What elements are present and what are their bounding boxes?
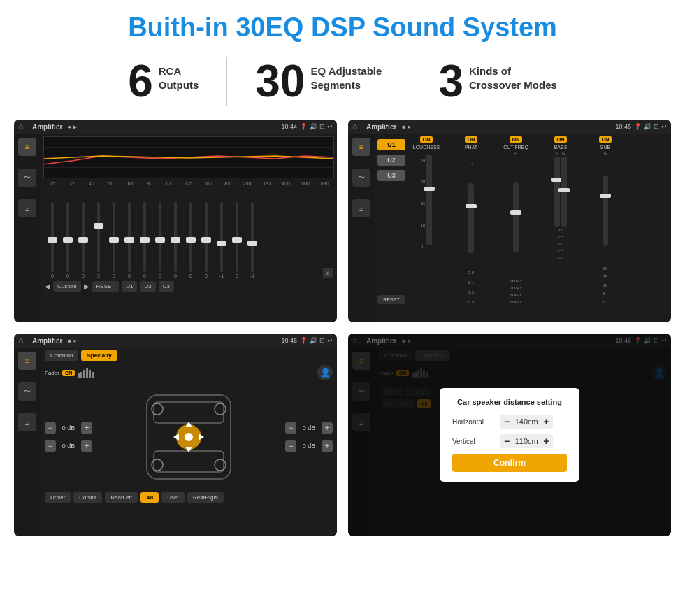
u3-btn[interactable]: U3 [377,170,405,181]
dialog-row-vertical: Vertical − 110cm + [452,434,567,448]
sub-label: SUB [600,145,610,150]
u1-btn-1[interactable]: U1 [122,281,137,292]
u3-btn-1[interactable]: U3 [159,281,174,292]
u2-btn-1[interactable]: U2 [140,281,155,292]
eq-freq-63: 63 [122,181,138,186]
dots-2: ■ ● [402,124,410,130]
volume-icon-3: 🔊 [310,337,317,344]
copilot-btn[interactable]: Copilot [73,492,102,503]
cutfreq-on: ON [510,136,523,143]
person-icon: 👤 [317,365,333,380]
common-tab[interactable]: Common [45,350,78,361]
app-title-3: Amplifier [32,337,62,345]
time-2: 10:45 [615,123,631,130]
eq-freq-250: 250 [239,181,254,186]
eq-chevron-btn[interactable]: » [323,268,333,278]
stat-rca-label: RCAOutputs [159,59,199,92]
location-icon-2: 📍 [634,123,642,130]
time-1: 10:44 [281,123,297,130]
vertical-minus[interactable]: − [504,436,510,447]
svg-rect-6 [154,451,224,472]
fader-label: Fader [45,370,59,376]
svg-marker-10 [185,447,192,452]
screen-speaker: ⌂ Amplifier ■ ● 10:46 📍 🔊 ⊟ ↩ ≡ 〜 ⊿ Comm… [14,334,337,536]
u1-btn[interactable]: U1 [377,139,405,150]
screenshots-grid: ⌂ Amplifier ● ▶ 10:44 📍 🔊 ⊟ ↩ ≡ 〜 ⊿ [0,117,685,543]
app-title-1: Amplifier [32,123,62,131]
loudness-group: ON LOUDNESS 644832160 [405,136,447,304]
eq-side-btn-wave[interactable]: 〜 [18,169,36,187]
vol-val-rr: 0 dB [299,443,319,450]
vol-plus-rl[interactable]: + [81,440,92,452]
u2-btn[interactable]: U2 [377,155,405,166]
home-icon-2: ⌂ [352,122,362,131]
eq-slider-6: 0 [137,202,152,278]
reset-btn-2[interactable]: RESET [377,295,405,304]
u-col: U1 U2 U3 RESET [377,136,405,304]
time-3: 10:46 [281,337,297,344]
location-icon-1: 📍 [300,123,308,130]
sp-side-btn-vol[interactable]: ⊿ [18,413,36,431]
vol-row-rl: − 0 dB + [45,440,92,452]
phat-group: ON PHAT G 3.02.11.30.5 [450,136,492,304]
rearright-btn[interactable]: RearRight [187,492,224,503]
dots-3: ■ ● [68,338,76,344]
eq-freq-320: 320 [259,181,274,186]
eq-freq-80: 80 [142,181,157,186]
vol-minus-rr[interactable]: − [285,440,296,452]
sp-side-btn-wave[interactable]: 〜 [18,382,36,401]
vertical-ctrl: − 110cm + [500,434,553,448]
sp-side-btn-active[interactable]: ≡ [18,352,36,370]
eq-slider-4: 0 [106,202,122,278]
rearleft-btn[interactable]: RearLeft [105,492,138,503]
screen3-content: ≡ 〜 ⊿ Common Specialty Fader ON [14,348,337,536]
vol-plus-rr[interactable]: + [322,440,333,452]
phat-on: ON [465,136,478,143]
status-bar-2: ⌂ Amplifier ■ ● 10:45 📍 🔊 ⊟ ↩ [348,120,671,134]
screen2-content: ≡ 〜 ⊿ U1 U2 U3 RESET ON LO [348,134,671,322]
stat-crossover-label: Kinds ofCrossover Modes [469,59,557,92]
cross-side-btn-vol[interactable]: ⊿ [352,199,370,217]
cross-side-btn-wave[interactable]: 〜 [352,169,370,187]
left-vol-controls: − 0 dB + − 0 dB + [45,422,92,452]
eq-side-btn-vol[interactable]: ⊿ [18,199,36,217]
vol-row-fr: − 0 dB + [285,422,333,434]
cross-side-btn-active[interactable]: ≡ [352,138,370,156]
dots-1: ● ▶ [68,124,77,130]
horizontal-label: Horizontal [452,418,494,426]
vertical-label: Vertical [452,438,494,445]
confirm-button[interactable]: Confirm [452,454,567,472]
crossover-controls: ON LOUDNESS 644832160 [405,136,668,304]
horizontal-minus[interactable]: − [504,416,510,427]
eq-side-btn-active[interactable]: ≡ [18,138,36,156]
vol-plus-fr[interactable]: + [322,422,333,434]
dialog-title: Car speaker distance setting [452,398,567,406]
bass-label: BASS [554,145,568,150]
vol-minus-fl[interactable]: − [45,422,56,434]
vol-plus-fl[interactable]: + [81,422,92,434]
specialty-tab[interactable]: Specialty [81,350,117,361]
vol-minus-fr[interactable]: − [285,422,296,434]
eq-freq-125: 125 [181,181,196,186]
bass-group: ON BASS F G 3.02.52.01.51.0 [540,136,582,304]
status-bar-1: ⌂ Amplifier ● ▶ 10:44 📍 🔊 ⊟ ↩ [14,120,337,134]
stat-eq-number: 30 [255,59,305,103]
next-arrow[interactable]: ▶ [84,282,89,290]
cutfreq-label: CUT FREQ [503,145,528,150]
stat-crossover-number: 3 [438,59,463,103]
vol-val-rl: 0 dB [59,443,78,450]
eq-freq-100: 100 [161,181,177,186]
stat-rca: 6 RCAOutputs [100,59,226,103]
custom-btn[interactable]: Custom [53,281,81,292]
side-panel-1: ≡ 〜 ⊿ [14,134,41,322]
eq-slider-13: -1 [245,202,260,278]
prev-arrow[interactable]: ◀ [45,282,50,290]
eq-freq-32: 32 [64,181,80,186]
reset-btn-1[interactable]: RESET [92,281,120,292]
all-btn[interactable]: All [140,492,159,503]
user-btn[interactable]: User [161,492,185,503]
vol-minus-rl[interactable]: − [45,440,56,452]
driver-btn[interactable]: Driver [45,492,71,503]
vertical-plus[interactable]: + [543,436,549,447]
horizontal-plus[interactable]: + [543,416,549,427]
